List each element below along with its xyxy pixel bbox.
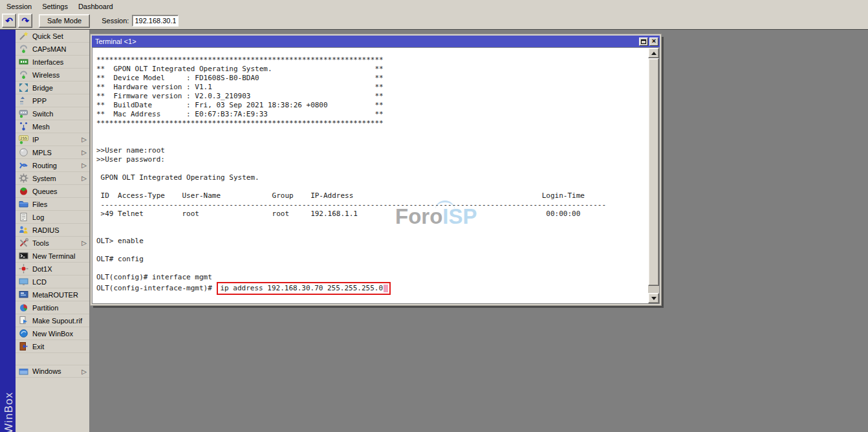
scroll-down-button[interactable] [648, 293, 659, 303]
system-icon [19, 173, 28, 183]
wireless-icon [19, 70, 28, 80]
log-icon [19, 212, 28, 222]
make-supout-icon [19, 316, 28, 325]
sidebar-item-lcd[interactable]: LCD [16, 275, 89, 288]
menu-item-settings[interactable]: Settings [37, 1, 73, 12]
partition-icon [19, 303, 28, 312]
terminal-output: ****************************************… [92, 48, 659, 282]
bridge-icon [19, 83, 28, 92]
sidebar: Quick Set CAPsMAN Interfaces Wireless Br… [16, 30, 89, 432]
sidebar-item-new-winbox[interactable]: New WinBox [16, 327, 89, 340]
terminal-prompt: OLT(config-interface-mgmt)# [96, 284, 216, 293]
submenu-arrow-icon: ▷ [81, 162, 87, 169]
toolbar: ↶ ↷ Safe Mode Session: [0, 12, 868, 30]
sidebar-item-partition[interactable]: Partition [16, 301, 89, 314]
sidebar-item-log[interactable]: Log [16, 211, 89, 224]
sidebar-item-new-terminal[interactable]: New Terminal [16, 250, 89, 263]
safe-mode-button[interactable]: Safe Mode [39, 14, 90, 28]
sidebar-item-mesh[interactable]: Mesh [16, 120, 89, 133]
submenu-arrow-icon: ▷ [81, 136, 87, 143]
new-winbox-icon [19, 329, 28, 338]
terminal-scrollbar[interactable] [648, 48, 659, 303]
sidebar-item-radius[interactable]: RADIUS [16, 224, 89, 237]
sidebar-item-quick-set[interactable]: Quick Set [16, 30, 89, 43]
metarouter-icon [19, 290, 28, 299]
quick-set-icon [19, 31, 28, 41]
queues-icon [19, 186, 28, 196]
submenu-arrow-icon: ▷ [81, 239, 87, 246]
scrollbar-thumb[interactable] [648, 58, 659, 286]
menu-item-session[interactable]: Session [1, 1, 37, 12]
sidebar-item-make-supout[interactable]: Make Supout.rif [16, 314, 89, 327]
undo-button[interactable]: ↶ [2, 14, 16, 28]
sidebar-item-bridge[interactable]: Bridge [16, 81, 89, 94]
switch-icon [19, 109, 28, 118]
sidebar-item-queues[interactable]: Queues [16, 185, 89, 198]
close-icon: × [652, 38, 656, 45]
capsman-icon [19, 44, 28, 54]
ppp-icon [19, 96, 28, 105]
close-button[interactable]: × [649, 38, 658, 46]
tools-icon [19, 238, 28, 248]
interfaces-icon [19, 57, 28, 67]
mesh-icon [19, 122, 28, 131]
sidebar-item-interfaces[interactable]: Interfaces [16, 56, 89, 69]
files-icon [19, 199, 28, 209]
sidebar-item-ip[interactable]: 255 IP ▷ [16, 133, 89, 146]
sidebar-gap [16, 353, 89, 365]
terminal-window: Terminal <1> × ForoISP *****************… [91, 34, 661, 305]
new-terminal-icon [19, 251, 28, 261]
submenu-arrow-icon: ▷ [81, 368, 87, 375]
menu-bar: Session Settings Dashboard [0, 0, 868, 12]
maximize-icon [641, 39, 646, 44]
sidebar-item-wireless[interactable]: Wireless [16, 69, 89, 81]
sidebar-item-windows[interactable]: Windows ▷ [16, 365, 89, 378]
terminal-body[interactable]: ForoISP ********************************… [92, 47, 660, 304]
scroll-up-button[interactable] [648, 48, 659, 58]
submenu-arrow-icon: ▷ [81, 149, 87, 156]
dot1x-icon [19, 264, 28, 274]
maximize-button[interactable] [639, 38, 648, 46]
lcd-icon [19, 277, 28, 286]
undo-icon: ↶ [5, 16, 13, 25]
sidebar-item-metarouter[interactable]: MetaROUTER [16, 288, 89, 301]
sidebar-item-switch[interactable]: Switch [16, 107, 89, 120]
sidebar-item-system[interactable]: System ▷ [16, 172, 89, 185]
submenu-arrow-icon: ▷ [81, 175, 87, 182]
winbox-app: Session Settings Dashboard ↶ ↷ Safe Mode… [0, 0, 868, 432]
svg-text:255: 255 [20, 136, 27, 140]
mpls-icon [19, 147, 28, 157]
terminal-titlebar[interactable]: Terminal <1> × [92, 36, 660, 47]
ip-icon: 255 [19, 135, 28, 144]
sidebar-item-tools[interactable]: Tools ▷ [16, 237, 89, 250]
exit-icon [19, 341, 28, 351]
sidebar-item-exit[interactable]: Exit [16, 340, 89, 353]
desktop-area: Terminal <1> × ForoISP *****************… [89, 30, 868, 432]
redo-button[interactable]: ↷ [18, 14, 32, 28]
brand-strip: RouterOS WinBox [0, 30, 16, 432]
sidebar-item-capsman[interactable]: CAPsMAN [16, 43, 89, 56]
session-label: Session: [102, 17, 129, 25]
highlighted-command: ip address 192.168.30.70 255.255.255.0 [217, 282, 391, 295]
sidebar-item-routing[interactable]: Routing ▷ [16, 159, 89, 172]
scroll-down-icon [651, 297, 656, 300]
sidebar-item-dot1x[interactable]: Dot1X [16, 263, 89, 275]
radius-icon [19, 225, 28, 235]
terminal-title: Terminal <1> [95, 38, 638, 45]
scroll-up-icon [651, 52, 656, 55]
routing-icon [19, 160, 28, 170]
terminal-cursor [384, 285, 388, 292]
redo-icon: ↷ [21, 16, 29, 25]
brand-text: RouterOS WinBox [3, 392, 16, 432]
menu-item-dashboard[interactable]: Dashboard [73, 1, 118, 12]
windows-icon [19, 367, 28, 376]
sidebar-item-ppp[interactable]: PPP [16, 94, 89, 107]
sidebar-item-mpls[interactable]: MPLS ▷ [16, 146, 89, 159]
sidebar-item-files[interactable]: Files [16, 198, 89, 211]
session-input[interactable] [132, 15, 179, 27]
current-command-text: ip address 192.168.30.70 255.255.255.0 [220, 284, 383, 293]
terminal-prompt-line: OLT(config-interface-mgmt)# ip address 1… [92, 282, 659, 295]
